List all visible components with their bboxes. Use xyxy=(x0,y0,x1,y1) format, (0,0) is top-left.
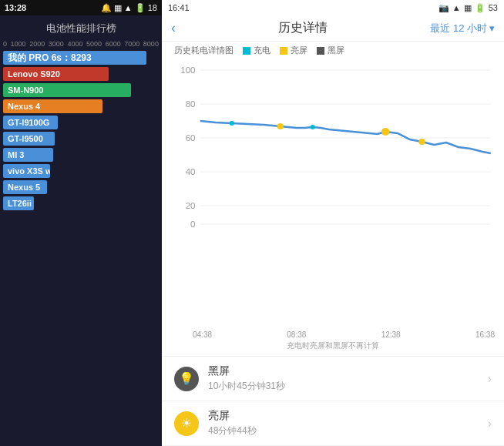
left-status-icons: 🔔 ▦ ▲ 🔋 18 xyxy=(101,3,157,13)
list-item: 我的 PRO 6s：8293 xyxy=(3,51,159,65)
bar-wrap-my-pro6s: 我的 PRO 6s：8293 xyxy=(3,51,159,65)
battery-icon: 🔋 xyxy=(135,3,146,13)
bar-wrap-gt9500: GT-I9500 xyxy=(3,132,159,146)
x-label-0838: 08:38 xyxy=(287,330,306,339)
bar-nexus4: Nexus 4 xyxy=(3,99,102,113)
chart-svg: 100 80 60 40 20 0 xyxy=(171,62,495,232)
screen-on-dot xyxy=(280,47,287,55)
battery-level: 18 xyxy=(148,3,157,12)
legend-screen-off-label: 黑屏 xyxy=(328,45,344,56)
dark-screen-icon: 💡 xyxy=(174,367,199,391)
notification-icon: 🔔 xyxy=(101,3,112,13)
list-item: MI 3 xyxy=(3,148,159,162)
signal-icon: ▦ xyxy=(114,3,122,13)
x-label-1238: 12:38 xyxy=(381,330,401,339)
bar-lenovo: Lenovo S920 xyxy=(3,67,109,81)
x-axis-note: 充电时亮屏和黑屏不再计算 xyxy=(162,339,504,356)
chevron-down-icon: ▾ xyxy=(489,22,495,34)
detail-item-dark-screen[interactable]: 💡 黑屏 10小时45分钟31秒 › xyxy=(162,357,504,401)
dark-screen-chevron: › xyxy=(488,372,492,386)
svg-point-12 xyxy=(277,123,284,129)
svg-point-16 xyxy=(311,125,315,129)
time-range-label: 最近 12 小时 xyxy=(430,22,487,35)
list-item: SM-N900 xyxy=(3,83,159,97)
page-title: 历史详情 xyxy=(182,20,424,36)
bar-gt9500: GT-I9500 xyxy=(3,132,55,146)
svg-point-13 xyxy=(381,128,390,136)
chart-x-axis: 0 1000 2000 3000 4000 5000 6000 7000 800… xyxy=(0,40,162,49)
legend-label-prefix: 历史耗电详情图 xyxy=(174,45,234,56)
x-label-1638: 16:38 xyxy=(475,330,495,339)
svg-text:80: 80 xyxy=(186,99,196,109)
battery-chart: 100 80 60 40 20 0 xyxy=(162,59,504,329)
bright-screen-title: 亮屏 xyxy=(208,409,479,423)
detail-list: 💡 黑屏 10小时45分钟31秒 › ☀ 亮屏 48分钟44秒 › xyxy=(162,356,504,446)
chart-legend: 历史耗电详情图 充电 亮屏 黑屏 xyxy=(162,42,504,59)
charging-dot xyxy=(243,47,250,55)
left-panel: 13:28 🔔 ▦ ▲ 🔋 18 电池性能排行榜 0 1000 2000 300… xyxy=(0,0,162,446)
bar-nexus5: Nexus 5 xyxy=(3,180,47,194)
x-label-0438: 04:38 xyxy=(193,330,212,339)
bar-lt26ii: LT26ii xyxy=(3,196,34,210)
dark-screen-text: 黑屏 10小时45分钟31秒 xyxy=(208,364,479,393)
dark-screen-title: 黑屏 xyxy=(208,364,479,378)
list-item: GT-I9100G xyxy=(3,116,159,129)
left-time: 13:28 xyxy=(5,3,26,12)
x-axis-labels: 04:38 08:38 12:38 16:38 xyxy=(162,329,504,339)
photo-icon: 📷 xyxy=(438,3,449,13)
right-status-icons: 📷 ▲ ▦ 🔋 53 xyxy=(438,3,498,13)
legend-charging: 充电 xyxy=(243,45,270,56)
svg-text:100: 100 xyxy=(180,65,195,75)
bar-my-pro6s: 我的 PRO 6s：8293 xyxy=(3,51,146,65)
detail-item-bright-screen[interactable]: ☀ 亮屏 48分钟44秒 › xyxy=(162,401,504,446)
time-range-selector[interactable]: 最近 12 小时 ▾ xyxy=(430,22,495,35)
wifi-icon: ▲ xyxy=(124,3,133,12)
right-time: 16:41 xyxy=(168,3,190,12)
battery-icon-right: 🔋 xyxy=(475,3,486,13)
bar-wrap-vivo: vivo X3S w xyxy=(3,164,159,178)
bright-screen-text: 亮屏 48分钟44秒 xyxy=(208,409,479,438)
bar-wrap-smn900: SM-N900 xyxy=(3,83,159,97)
list-item: Nexus 4 xyxy=(3,99,159,113)
bar-wrap-gt9100: GT-I9100G xyxy=(3,116,159,129)
right-panel: 16:41 📷 ▲ ▦ 🔋 53 ‹ 历史详情 最近 12 小时 ▾ 历史耗电详… xyxy=(162,0,504,446)
left-status-bar: 13:28 🔔 ▦ ▲ 🔋 18 xyxy=(0,0,162,15)
svg-point-15 xyxy=(230,121,234,126)
back-button[interactable]: ‹ xyxy=(171,20,176,36)
list-item: vivo X3S w xyxy=(3,164,159,178)
svg-text:60: 60 xyxy=(186,133,196,143)
bar-wrap-mi3: MI 3 xyxy=(3,148,159,162)
svg-point-14 xyxy=(418,139,425,145)
bar-vivo: vivo X3S w xyxy=(3,164,50,178)
screen-off-dot xyxy=(317,47,324,55)
bar-wrap-lt26ii: LT26ii xyxy=(3,196,159,210)
bar-mi3: MI 3 xyxy=(3,148,53,162)
signal-icon-right: ▦ xyxy=(464,3,472,13)
svg-text:40: 40 xyxy=(186,167,196,176)
list-item: GT-I9500 xyxy=(3,132,159,146)
bright-screen-chevron: › xyxy=(488,417,492,431)
bar-wrap-nexus5: Nexus 5 xyxy=(3,180,159,194)
list-item: Nexus 5 xyxy=(3,180,159,194)
bar-gt9100: GT-I9100G xyxy=(3,116,58,129)
right-status-bar: 16:41 📷 ▲ ▦ 🔋 53 xyxy=(162,0,504,15)
wifi-icon-right: ▲ xyxy=(452,3,461,12)
bright-screen-icon: ☀ xyxy=(174,411,199,436)
legend-charging-label: 充电 xyxy=(254,45,270,56)
bar-wrap-lenovo: Lenovo S920 xyxy=(3,67,159,81)
bright-screen-subtitle: 48分钟44秒 xyxy=(208,424,479,438)
svg-text:20: 20 xyxy=(186,201,196,210)
dark-screen-subtitle: 10小时45分钟31秒 xyxy=(208,380,479,393)
svg-text:0: 0 xyxy=(190,220,195,229)
bar-wrap-nexus4: Nexus 4 xyxy=(3,99,159,113)
right-header: ‹ 历史详情 最近 12 小时 ▾ xyxy=(162,15,504,42)
legend-screen-on: 亮屏 xyxy=(280,45,307,56)
left-chart-title: 电池性能排行榜 xyxy=(0,15,162,40)
legend-screen-off: 黑屏 xyxy=(317,45,344,56)
battery-level-right: 53 xyxy=(489,3,498,12)
legend-screen-on-label: 亮屏 xyxy=(291,45,307,56)
bar-smn900: SM-N900 xyxy=(3,83,131,97)
list-item: LT26ii xyxy=(3,196,159,210)
list-item: Lenovo S920 xyxy=(3,67,159,81)
bar-chart: 我的 PRO 6s：8293 Lenovo S920 SM-N900 xyxy=(0,49,162,446)
